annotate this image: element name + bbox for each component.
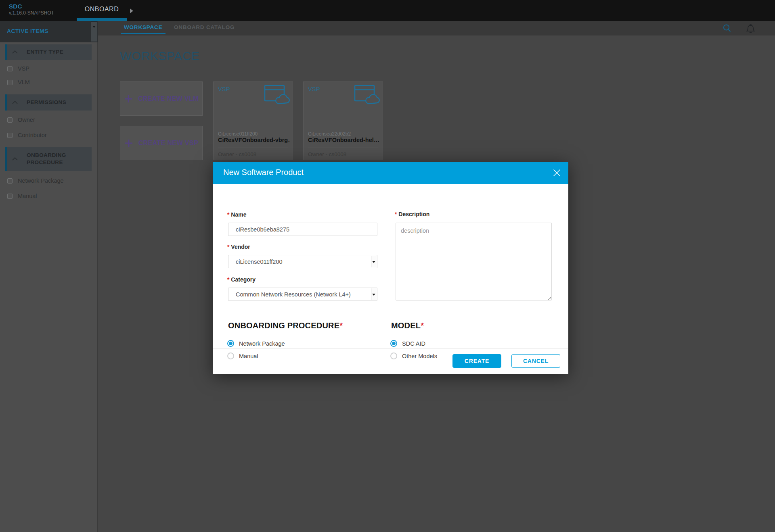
sdc-app: SDC v.1.16.0-SNAPSHOT ONBOARD ACTIVE ITE… xyxy=(0,0,775,532)
required-asterisk: * xyxy=(339,321,343,330)
radio-selected-icon xyxy=(390,340,397,347)
model-heading: MODEL* xyxy=(391,321,424,330)
vendor-label: * Vendor xyxy=(227,244,250,250)
category-label: * Category xyxy=(227,276,256,283)
required-asterisk: * xyxy=(227,276,229,283)
new-software-product-modal: New Software Product * Name * Vendor ciL… xyxy=(213,162,568,374)
radio-sdc-aid[interactable]: SDC AID xyxy=(390,340,425,347)
description-label: * Description xyxy=(395,211,429,217)
modal-header: New Software Product xyxy=(213,162,568,184)
modal-title: New Software Product xyxy=(223,168,304,177)
required-asterisk: * xyxy=(395,211,397,217)
radio-network-package[interactable]: Network Package xyxy=(227,340,285,347)
create-button[interactable]: CREATE xyxy=(452,354,501,368)
required-asterisk: * xyxy=(421,321,424,330)
modal-footer: CREATE CANCEL xyxy=(213,348,568,374)
name-input[interactable] xyxy=(228,223,377,236)
radio-selected-icon xyxy=(227,340,234,347)
category-select-value: Common Network Resources (Network L4+) xyxy=(236,291,351,298)
vendor-select-value: ciLicense011ff200 xyxy=(236,259,283,265)
required-asterisk: * xyxy=(227,211,229,218)
category-select[interactable]: Common Network Resources (Network L4+) xyxy=(228,288,377,301)
description-textarea[interactable] xyxy=(396,223,552,300)
onboarding-procedure-heading: ONBOARDING PROCEDURE* xyxy=(228,321,343,330)
cancel-button[interactable]: CANCEL xyxy=(511,354,560,368)
chevron-down-icon xyxy=(372,261,375,263)
chevron-down-icon xyxy=(372,294,375,296)
modal-body: * Name * Vendor ciLicense011ff200 * Cate… xyxy=(213,184,568,348)
name-label: * Name xyxy=(227,211,246,218)
vendor-select[interactable]: ciLicense011ff200 xyxy=(228,255,377,268)
required-asterisk: * xyxy=(227,244,229,250)
close-icon[interactable] xyxy=(552,168,561,177)
